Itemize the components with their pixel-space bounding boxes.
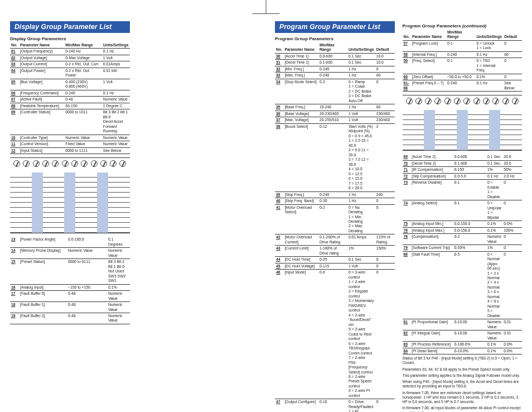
param-row: 71[IR Compensation]0-1501%50% xyxy=(403,167,523,173)
param-row: 80[Stall Fault Time]0-50 = Normal (Appx.… xyxy=(403,251,523,319)
footnote: In firmware 7.05, there are minimum dece… xyxy=(403,391,523,405)
param-row: 44[DC Hold Time]0-250.1 Sec0 xyxy=(275,257,395,263)
footnote: In firmware 7.06, all Input Modes of par… xyxy=(403,406,523,412)
footnote: Status of Bit 3 for P46 - [Input Mode] s… xyxy=(403,356,523,365)
param-row: 46[Input Mode]0-90 = 3-wire control 1 = … xyxy=(275,270,395,399)
param-row: 76[Analog Input Max.]0.0-150.00.1%100% xyxy=(403,227,523,233)
page-program: Program Group Parameter List Program Gro… xyxy=(268,17,529,412)
table-program-a: No. Parameter Name Min/Max Range Units/S… xyxy=(275,42,395,412)
param-row: 35[Base Freq.]10-2401 Hz60 xyxy=(275,104,395,111)
param-row: 15[Preset Status]0000 to 0111Bit 3 Bit 2… xyxy=(10,259,130,284)
param-row: 81[PI Proportional Gain]0-10.00Numeric V… xyxy=(403,319,523,330)
param-row: 19[Fault Buffer 2]0-48Numeric Value xyxy=(10,313,130,324)
param-row: 32[Min. Freq.]0-2401 Hz0 xyxy=(275,66,395,72)
param-row: 59[Freq. Select]0-10 = TB3 1 = Internal … xyxy=(403,58,523,74)
param-row: 07[Active Fault]0-48Numeric Value xyxy=(10,97,130,103)
title-program: Program Group Parameter List xyxy=(275,21,395,33)
circle-row xyxy=(10,158,130,169)
circle-row-2 xyxy=(403,95,523,107)
param-row: 04[Output Power]0-2 x Rtd. Out. Power0.0… xyxy=(10,68,130,79)
param-row: 12[Input Status]0000 to 1111See Below xyxy=(10,147,130,154)
th-no: No. xyxy=(10,42,19,49)
param-row: 69[Accel Time 2]0.0-6000.1 Sec.20.0 xyxy=(403,154,523,160)
param-row: 18[Fault Buffer 1]0-48Numeric Value xyxy=(10,302,130,313)
table-program-b: No. Parameter Name Min/Max Range Units/S… xyxy=(403,30,523,92)
th-name: Parameter Name xyxy=(19,42,64,49)
th-units: Units/Settings xyxy=(102,42,130,49)
param-row: 57[Program Lock]0-10 = Unlock 1 = Lock0 xyxy=(403,40,523,51)
param-row: 09[Controller Status]0000 to 1011Bit 3 B… xyxy=(10,109,130,135)
footnote: When using P46 - [Input Mode] setting 4,… xyxy=(403,380,523,389)
param-row: 45[DC Hold Voltage]0-1151 Volt0 xyxy=(275,263,395,269)
param-row: 02[Output Voltage]0-Max Voltage1 Volt xyxy=(10,55,130,61)
param-row: 79[Software Current Trip]0-50%1%0 xyxy=(403,245,523,251)
title-display: Display Group Parameter List xyxy=(10,21,130,33)
param-row: 14[Memory Probe Display]Numeric ValueNum… xyxy=(10,248,130,259)
param-row: 83[PI Process Reference]0-100.0%0.1%0.0% xyxy=(403,342,523,348)
table-display-a: No. Parameter Name Min/Max Range Units/S… xyxy=(10,42,130,154)
param-row: 38[Boost Select]0-12Start Volts (%) Midp… xyxy=(275,123,395,191)
param-row: 74[Analog Select]0-10 = Unipolar 1 = Bip… xyxy=(403,200,523,221)
footnote: This parameter setting applies to the An… xyxy=(403,373,523,378)
param-row: 06[Frequency Command]0-2400.1 Hz xyxy=(10,90,130,96)
param-row: 73[Reverse Disable]0-10 = Enable 1 = Dis… xyxy=(403,180,523,200)
param-row: 61-68[Preset Freq.0 – 7]0-2400.1 HzSee B… xyxy=(403,80,523,92)
param-row: 84[PI Dead Band]0-10.0%0.1%0.0% xyxy=(403,348,523,354)
param-row: 75[Analog Input Min.]0.0-150.00.1%0.0% xyxy=(403,221,523,227)
param-row: 47[Output Configure]0-100 = Drive Ready/… xyxy=(275,399,395,412)
param-row: 08[Heatsink Temperature]69-1501 Degree C xyxy=(10,103,130,109)
param-row: 43[Current Limit]1-180% of Drive rating1… xyxy=(275,246,395,257)
param-row: 58[Internal Freq.]0-2400.1 Hz60 xyxy=(403,51,523,58)
param-row: 70[Decel Time 2]0.1-6000.1 Sec.20.0 xyxy=(403,160,523,166)
param-row: 17[Fault Buffer 0]0-48Numeric Value xyxy=(10,291,130,302)
table-display-b: 13[Power Factor Angle]0.0-180.00.1 Degre… xyxy=(10,237,130,324)
entry-area-2 xyxy=(403,95,523,151)
param-row: 39[Skip Freq.]0-2401 Hz240 xyxy=(275,191,395,198)
param-row: 37[Max. Voltage]20-255/5101 Volt230/460 xyxy=(275,117,395,123)
table-program-c: 69[Accel Time 2]0.0-6000.1 Sec.20.070[De… xyxy=(403,154,523,354)
param-row: 78[Compensation]0-2Numeric Value0 xyxy=(403,234,523,245)
param-row: 10[Controller Type]Numeric ValueNumeric … xyxy=(10,135,130,141)
param-row: 40[Skip Freq. Band]0-301 Hz0 xyxy=(275,198,395,204)
param-row: 01[Output Frequency]0-240 Hz0.1 Hz xyxy=(10,49,130,55)
write-grid-1 xyxy=(10,173,130,233)
subhead-program: Program Group Parameters xyxy=(275,36,395,41)
param-row: 30[Accel Time 1]0.0-6000.1 Sec10.0 xyxy=(275,53,395,59)
th-range: Min/Max Range xyxy=(64,42,102,49)
write-grid-2 xyxy=(403,110,523,150)
param-row: 33[Max. Freq.]0-2401 Hz60 xyxy=(275,73,395,79)
footnote: Parameters 63, 64, 67 & 68 apply to the … xyxy=(403,367,523,372)
subhead-display: Display Group Parameters xyxy=(10,36,130,41)
param-row: 05[Bus Voltage]0-400 (230V) 0-800 (460V)… xyxy=(10,79,130,90)
param-row: 72[Slip Compensation]0.0-5.00.1 Hz2.0 Hz xyxy=(403,173,523,179)
param-row: 41[Motor Overload Select]0-20 = No Derat… xyxy=(275,204,395,234)
param-row: 31[Decel Time 1]0.1-6000.1 Sec10.0 xyxy=(275,60,395,66)
param-row: 11[Control Version]Fixed ValueNumeric Va… xyxy=(10,141,130,147)
subhead-program-cont: Program Group Parameters (continued) xyxy=(403,23,523,28)
param-row: 82[PI Integral Gain]0-10.00Numeric Value… xyxy=(403,330,523,342)
param-row: 03[Output Current]0-2 x Rtd. Out. Curr.0… xyxy=(10,61,130,68)
param-row: 16[Analog Input]−150 to +1500.1% xyxy=(10,284,130,290)
param-row: 42[Motor Overload Current]0.1-200% of Dr… xyxy=(275,234,395,246)
entry-area-1 xyxy=(10,157,130,233)
page-display: Display Group Parameter List Display Gro… xyxy=(3,17,264,412)
footnotes: Status of Bit 3 for P46 - [Input Mode] s… xyxy=(403,356,523,412)
param-row: 13[Power Factor Angle]0.0-180.00.1 Degre… xyxy=(10,237,130,247)
param-row: 60[Zero Offset]−50.0 to +50.00.1%0 xyxy=(403,74,523,80)
param-row: 36[Base Voltage]20-230/4601 Volt230/460 xyxy=(275,111,395,117)
param-row: 34[Stop Mode Select]0-30 = Ramp 1 = Coas… xyxy=(275,79,395,104)
